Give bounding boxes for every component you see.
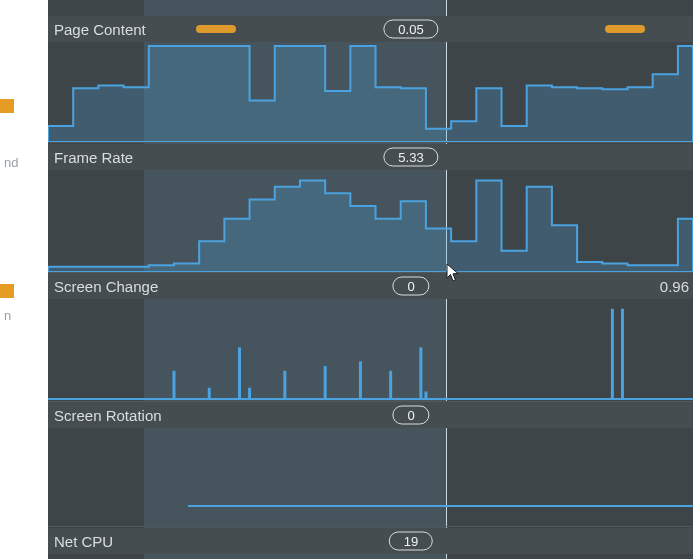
- plot-svg: [48, 42, 693, 142]
- track-net-cpu: Net CPU 19: [48, 528, 693, 554]
- value-pill: 0: [392, 406, 429, 425]
- sidebar-text: nd: [4, 155, 18, 170]
- plot-svg: [48, 170, 693, 272]
- right-value: 0.96: [660, 278, 689, 295]
- track-title: Page Content: [54, 21, 146, 38]
- plot-svg: [48, 428, 693, 526]
- track-screen-change: Screen Change 0 0.96: [48, 273, 693, 401]
- track-header[interactable]: Screen Rotation 0: [48, 402, 693, 428]
- track-header[interactable]: Net CPU 19: [48, 528, 693, 554]
- track-plot[interactable]: [48, 299, 693, 401]
- track-header[interactable]: Page Content 0.05: [48, 16, 693, 42]
- track-screen-rotation: Screen Rotation 0: [48, 402, 693, 526]
- value-pill: 0.05: [383, 20, 438, 39]
- track-plot[interactable]: [48, 42, 693, 142]
- event-marker[interactable]: [196, 25, 236, 33]
- value-pill: 19: [389, 532, 433, 551]
- sidebar-marker-icon: [0, 284, 14, 298]
- track-title: Screen Change: [54, 278, 158, 295]
- track-title: Net CPU: [54, 533, 113, 550]
- track-header[interactable]: Screen Change 0 0.96: [48, 273, 693, 299]
- track-header[interactable]: Frame Rate 5.33: [48, 144, 693, 170]
- track-page-content: Page Content 0.05: [48, 16, 693, 142]
- sidebar-marker-icon: [0, 99, 14, 113]
- sidebar: nd n: [0, 0, 48, 559]
- timeline-panel[interactable]: Page Content 0.05 Frame Rate 5.33 Screen…: [48, 0, 693, 559]
- value-pill: 5.33: [383, 148, 438, 167]
- track-plot[interactable]: [48, 170, 693, 272]
- track-title: Frame Rate: [54, 149, 133, 166]
- event-marker[interactable]: [605, 25, 645, 33]
- value-pill: 0: [392, 277, 429, 296]
- track-frame-rate: Frame Rate 5.33: [48, 144, 693, 272]
- sidebar-text: n: [4, 308, 11, 323]
- plot-svg: [48, 299, 693, 401]
- track-plot[interactable]: [48, 428, 693, 526]
- track-title: Screen Rotation: [54, 407, 162, 424]
